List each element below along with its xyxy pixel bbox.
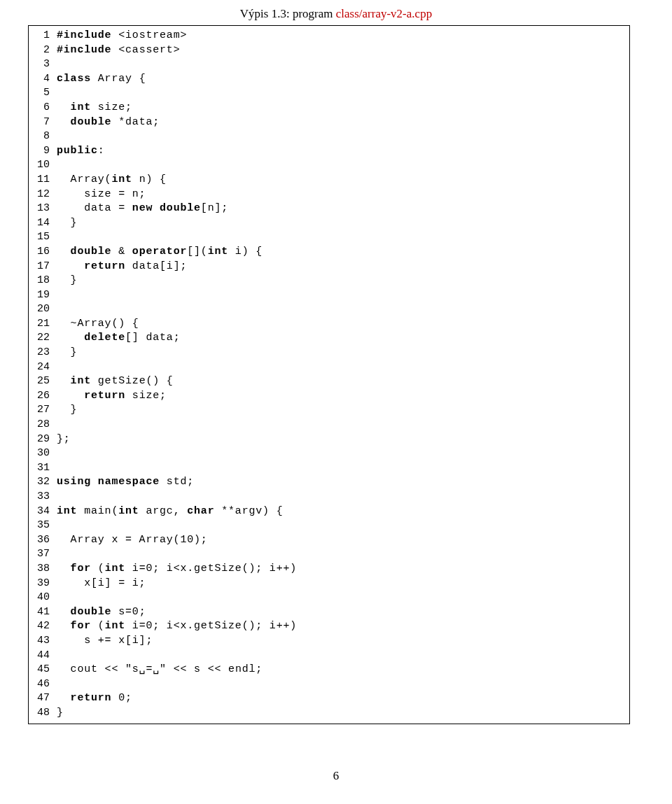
caption-prefix: Výpis 1.3: program xyxy=(240,7,336,20)
code-line: class Array { xyxy=(57,72,624,87)
code-line: #include <cassert> xyxy=(57,43,624,58)
code-line: double & operator[](int i) { xyxy=(57,245,624,260)
code-line: ~Array() { xyxy=(57,317,624,332)
line-number: 40 xyxy=(29,591,50,605)
line-number: 8 xyxy=(29,129,50,144)
line-number: 11 xyxy=(29,173,50,188)
code-line: return data[i]; xyxy=(57,260,624,274)
line-number: 47 xyxy=(29,691,50,706)
code-line xyxy=(57,591,624,605)
code-line: for (int i=0; i<x.getSize(); i++) xyxy=(57,619,624,634)
code-block: 1234567891011121314151617181920212223242… xyxy=(28,25,630,724)
line-number: 5 xyxy=(29,86,50,101)
code-line: s += x[i]; xyxy=(57,634,624,649)
code-line: #include <iostream> xyxy=(57,29,624,43)
line-number: 32 xyxy=(29,475,50,490)
line-number: 7 xyxy=(29,115,50,130)
code-line xyxy=(57,677,624,692)
code-line: return 0; xyxy=(57,691,624,706)
code-line xyxy=(57,129,624,144)
code-line: } xyxy=(57,274,624,288)
line-number: 20 xyxy=(29,302,50,317)
code-line xyxy=(57,360,624,375)
line-number: 46 xyxy=(29,677,50,692)
code-line xyxy=(57,418,624,432)
code-line: Array x = Array(10); xyxy=(57,533,624,548)
code-line: double s=0; xyxy=(57,605,624,620)
line-number: 17 xyxy=(29,260,50,274)
code-line: using namespace std; xyxy=(57,475,624,490)
line-number: 19 xyxy=(29,288,50,303)
line-number: 43 xyxy=(29,634,50,649)
line-number: 44 xyxy=(29,649,50,663)
line-number: 18 xyxy=(29,274,50,288)
line-number: 29 xyxy=(29,432,50,447)
line-number: 9 xyxy=(29,144,50,159)
line-number: 14 xyxy=(29,216,50,231)
code-line xyxy=(57,302,624,317)
line-number-gutter: 1234567891011121314151617181920212223242… xyxy=(29,26,50,724)
code-line xyxy=(57,446,624,461)
line-number: 21 xyxy=(29,317,50,332)
line-number: 12 xyxy=(29,188,50,202)
code-line: delete[] data; xyxy=(57,331,624,346)
code-line: cout << "s␣=␣" << s << endl; xyxy=(57,663,624,677)
code-line xyxy=(57,57,624,72)
line-number: 2 xyxy=(29,43,50,58)
code-line: public: xyxy=(57,144,624,159)
code-line: data = new double[n]; xyxy=(57,202,624,216)
line-number: 13 xyxy=(29,202,50,216)
line-number: 37 xyxy=(29,547,50,562)
line-number: 45 xyxy=(29,663,50,677)
line-number: 38 xyxy=(29,562,50,577)
code-line: int size; xyxy=(57,101,624,115)
code-line: Array(int n) { xyxy=(57,173,624,188)
code-line: int getSize() { xyxy=(57,374,624,389)
page-number: 6 xyxy=(0,769,672,783)
line-number: 1 xyxy=(29,29,50,43)
code-line xyxy=(57,86,624,101)
line-number: 30 xyxy=(29,446,50,461)
line-number: 22 xyxy=(29,331,50,346)
line-number: 4 xyxy=(29,72,50,87)
code-body: #include <iostream>#include <cassert> cl… xyxy=(50,26,629,724)
line-number: 24 xyxy=(29,360,50,375)
code-line xyxy=(57,230,624,245)
line-number: 16 xyxy=(29,245,50,260)
line-number: 3 xyxy=(29,57,50,72)
line-number: 33 xyxy=(29,490,50,505)
code-line: size = n; xyxy=(57,188,624,202)
line-number: 34 xyxy=(29,505,50,519)
code-line xyxy=(57,649,624,663)
listing-caption: Výpis 1.3: program class/array-v2-a.cpp xyxy=(28,7,644,21)
line-number: 35 xyxy=(29,519,50,533)
line-number: 27 xyxy=(29,403,50,418)
code-line xyxy=(57,461,624,476)
code-line: }; xyxy=(57,432,624,447)
code-line xyxy=(57,158,624,173)
line-number: 23 xyxy=(29,346,50,360)
code-line: } xyxy=(57,706,624,721)
code-line: } xyxy=(57,403,624,418)
caption-link: class/array-v2-a.cpp xyxy=(336,7,432,20)
line-number: 48 xyxy=(29,706,50,721)
line-number: 41 xyxy=(29,605,50,620)
code-line: } xyxy=(57,346,624,360)
line-number: 36 xyxy=(29,533,50,548)
code-line xyxy=(57,288,624,303)
code-line: double *data; xyxy=(57,115,624,130)
line-number: 10 xyxy=(29,158,50,173)
line-number: 26 xyxy=(29,389,50,404)
code-line: x[i] = i; xyxy=(57,577,624,591)
code-line: int main(int argc, char **argv) { xyxy=(57,505,624,519)
code-line xyxy=(57,490,624,505)
code-line: for (int i=0; i<x.getSize(); i++) xyxy=(57,562,624,577)
line-number: 15 xyxy=(29,230,50,245)
line-number: 39 xyxy=(29,577,50,591)
code-line: } xyxy=(57,216,624,231)
code-line: return size; xyxy=(57,389,624,404)
line-number: 31 xyxy=(29,461,50,476)
line-number: 25 xyxy=(29,374,50,389)
code-line xyxy=(57,519,624,533)
code-line xyxy=(57,547,624,562)
